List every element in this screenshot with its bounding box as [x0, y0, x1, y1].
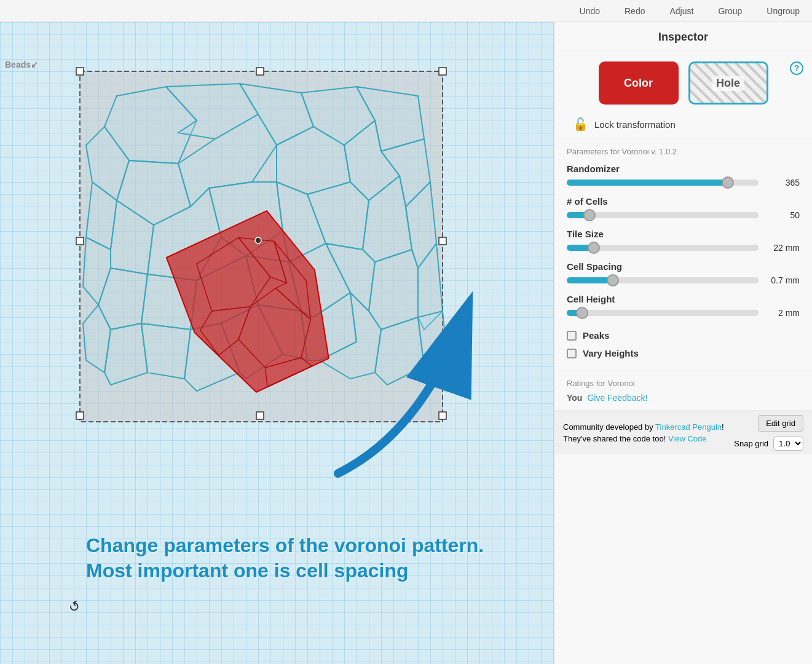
community-info: Community developed by Tinkercad Penguin… [563, 422, 734, 443]
param-label-4: Cell Height [567, 294, 800, 304]
slider-track-4[interactable] [567, 310, 759, 316]
svg-rect-6 [256, 68, 264, 75]
param-slider-row-1: 50 [567, 210, 800, 220]
community-text: Community developed by [563, 422, 655, 432]
lock-label: Lock transformation [594, 119, 676, 130]
snap-grid-label: Snap grid [734, 439, 768, 448]
main-area: Beads↙ [0, 22, 812, 664]
svg-marker-40 [141, 323, 191, 379]
lock-row: 🔓 Lock transformation [554, 111, 812, 138]
inspector-title: Inspector [554, 22, 812, 50]
annotation-text: Change parameters of the voronoi pattern… [86, 533, 516, 584]
view-code-link[interactable]: View Code [668, 434, 707, 443]
svg-marker-36 [369, 250, 418, 330]
beads-label: Beads↙ [5, 53, 38, 72]
svg-rect-7 [256, 412, 264, 419]
feedback-you: You [567, 393, 582, 403]
param-row-1: # of Cells 50 [567, 196, 800, 220]
params-container: Randomizer 365 # of Cells 50 Tile Size [567, 164, 800, 318]
svg-rect-9 [439, 237, 446, 245]
redo-button[interactable]: Redo [625, 6, 645, 16]
svg-rect-5 [439, 412, 446, 419]
lock-icon: 🔓 [573, 117, 588, 132]
param-slider-row-4: 2 mm [567, 308, 800, 318]
checkbox-1[interactable] [567, 349, 577, 358]
param-row-3: Cell Spacing 0.7 mm [567, 261, 800, 285]
checkbox-row-1: Vary Heights [567, 344, 800, 362]
svg-rect-2 [76, 68, 84, 75]
canvas-area: Beads↙ [0, 22, 554, 664]
checkbox-0[interactable] [567, 331, 577, 341]
slider-thumb-2[interactable] [588, 242, 600, 254]
snap-grid-select[interactable]: 1.0 0.5 2.0 [773, 437, 803, 451]
checkbox-label-0: Peaks [583, 330, 609, 341]
slider-thumb-1[interactable] [583, 209, 596, 221]
color-button[interactable]: Color [599, 61, 679, 105]
slider-track-1[interactable] [567, 212, 759, 218]
feedback-link[interactable]: Give Feedback! [587, 393, 647, 403]
bottom-right: Edit grid Snap grid 1.0 0.5 2.0 [734, 415, 803, 451]
params-section: Parameters for Voronoi v. 1.0.2 Randomiz… [554, 138, 812, 371]
slider-thumb-0[interactable] [722, 176, 734, 189]
inspector-panel: Inspector Color Hole ? 🔓 Lock transforma… [554, 22, 812, 664]
param-slider-row-0: 365 [567, 178, 800, 188]
view-code-pre: They've shared the code too! [563, 434, 668, 443]
slider-thumb-3[interactable] [607, 274, 619, 287]
param-value-0: 365 [766, 178, 800, 188]
param-slider-row-3: 0.7 mm [567, 275, 800, 285]
tinkercad-link[interactable]: Tinkercad Penguin [655, 422, 722, 432]
exclaim: ! [722, 422, 724, 432]
slider-track-3[interactable] [567, 277, 759, 283]
param-value-2: 22 mm [766, 243, 800, 253]
ratings-title: Ratings for Voronoi [567, 379, 800, 388]
annotation-area: Change parameters of the voronoi pattern… [86, 533, 516, 584]
checkbox-row-0: Peaks [567, 326, 800, 344]
param-label-3: Cell Spacing [567, 261, 800, 272]
param-slider-row-2: 22 mm [567, 243, 800, 253]
bottom-bar: Community developed by Tinkercad Penguin… [554, 411, 812, 454]
param-value-3: 0.7 mm [766, 275, 800, 285]
group-button[interactable]: Group [718, 6, 742, 16]
slider-track-0[interactable] [567, 180, 759, 186]
param-label-0: Randomizer [567, 164, 800, 174]
hole-button[interactable]: Hole [688, 61, 768, 105]
param-row-2: Tile Size 22 mm [567, 229, 800, 253]
slider-thumb-4[interactable] [576, 307, 588, 319]
param-label-1: # of Cells [567, 196, 800, 207]
adjust-button[interactable]: Adjust [669, 6, 693, 16]
svg-rect-8 [76, 237, 84, 245]
params-title: Parameters for Voronoi v. 1.0.2 [567, 147, 800, 156]
checkbox-label-1: Vary Heights [583, 348, 639, 358]
param-value-1: 50 [766, 210, 800, 220]
param-row-4: Cell Height 2 mm [567, 294, 800, 318]
undo-button[interactable]: Undo [580, 6, 600, 16]
rotate-handle[interactable]: ↺ [66, 597, 84, 617]
param-row-0: Randomizer 365 [567, 164, 800, 188]
svg-rect-3 [439, 68, 446, 75]
edit-grid-button[interactable]: Edit grid [758, 415, 803, 432]
voronoi-canvas[interactable] [68, 59, 461, 440]
param-value-4: 2 mm [766, 308, 800, 318]
slider-fill-3 [567, 277, 613, 283]
slider-fill-0 [567, 180, 728, 186]
svg-rect-4 [76, 412, 84, 419]
param-label-2: Tile Size [567, 229, 800, 239]
help-icon[interactable]: ? [790, 61, 803, 75]
svg-point-55 [255, 237, 261, 243]
color-hole-row: Color Hole ? [554, 50, 812, 111]
slider-track-2[interactable] [567, 245, 759, 251]
ungroup-button[interactable]: Ungroup [767, 6, 800, 16]
snap-grid-row: Snap grid 1.0 0.5 2.0 [734, 437, 803, 451]
toolbar: Undo Redo Adjust Group Ungroup [0, 0, 812, 22]
checkboxes-container: Peaks Vary Heights [567, 326, 800, 362]
feedback-row: You Give Feedback! [567, 393, 800, 403]
ratings-section: Ratings for Voronoi You Give Feedback! [554, 371, 812, 411]
